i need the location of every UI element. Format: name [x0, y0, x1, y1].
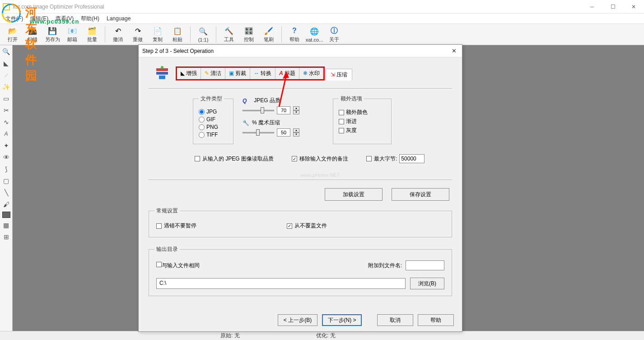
- app-icon: [3, 3, 10, 10]
- max-bytes-input[interactable]: [399, 154, 425, 163]
- check-no-pause[interactable]: 遇错不要暂停: [156, 222, 196, 230]
- check-same-as-input[interactable]: 与输入文件相同: [156, 262, 200, 269]
- xat-button[interactable]: 🌐xat.co...: [304, 24, 324, 44]
- wand-tool[interactable]: ✨: [2, 82, 11, 91]
- zoom-1to1-button[interactable]: 🔍(1:1): [193, 24, 213, 44]
- open-button[interactable]: 📂打开: [3, 24, 23, 44]
- radio-tiff[interactable]: TIFF: [199, 132, 228, 138]
- magic-slider[interactable]: [243, 128, 274, 137]
- scanner-icon: 📠: [28, 26, 37, 36]
- tab-clean[interactable]: ✎清洁: [201, 68, 225, 79]
- region-tool[interactable]: ▭: [2, 94, 11, 103]
- check-read-quality[interactable]: 从输入的 JPEG 图像读取品质: [195, 155, 274, 163]
- check-progressive[interactable]: 渐进: [339, 118, 386, 125]
- help-icon: ?: [289, 26, 299, 36]
- redo-icon: ↷: [133, 26, 143, 36]
- jpeg-quality-slider[interactable]: [243, 106, 274, 114]
- radio-jpg[interactable]: JPG: [199, 109, 228, 115]
- magic-icon: 🔧: [243, 120, 249, 126]
- main-toolbar: 📂打开 📠扫描 💾另存为 📧邮箱 🗂️批量 ↶撤消 ↷重做 📄复制 📋粘贴 🔍(…: [0, 24, 644, 45]
- mail-icon: 📧: [67, 26, 77, 36]
- tab-enhance[interactable]: ◣增强: [177, 68, 201, 79]
- undo-button[interactable]: ↶撤消: [108, 24, 128, 44]
- radio-png[interactable]: PNG: [199, 124, 228, 130]
- saveas-button[interactable]: 💾另存为: [42, 24, 62, 44]
- smooth-tool[interactable]: ∿: [2, 118, 11, 127]
- menu-edit[interactable]: 编辑(E): [28, 14, 51, 24]
- check-extra-color[interactable]: 额外颜色: [339, 109, 386, 116]
- magic-value[interactable]: [277, 128, 290, 137]
- check-remove-comment[interactable]: ✓移除输入文件的备注: [292, 155, 348, 163]
- grid-tool[interactable]: ⊞: [2, 232, 11, 241]
- curve-tool[interactable]: ⟆: [2, 165, 11, 174]
- tab-crop[interactable]: ▣剪裁: [225, 68, 250, 79]
- statusbar: 原始: 无 优化: 无: [0, 331, 644, 340]
- fill-tool[interactable]: 🖌: [2, 200, 11, 209]
- menu-help[interactable]: 帮助(H): [78, 14, 102, 24]
- text-tool[interactable]: A: [2, 129, 11, 138]
- batch-icon: 🗂️: [87, 26, 97, 36]
- check-no-overwrite[interactable]: ✓从不覆盖文件: [287, 222, 327, 230]
- dialog-help-button[interactable]: 帮助: [418, 314, 454, 326]
- globe-icon: 🌐: [309, 27, 319, 37]
- palette-tool[interactable]: ▦: [2, 221, 11, 230]
- status-optimized: 优化: 无: [316, 332, 336, 340]
- paste-button[interactable]: 📋粘贴: [168, 24, 187, 44]
- tab-watermark[interactable]: ❋水印: [299, 68, 323, 79]
- info-icon: ⓘ: [329, 26, 339, 36]
- dialog-close-button[interactable]: ✕: [448, 46, 459, 55]
- check-gray[interactable]: 灰度: [339, 127, 386, 134]
- dialog-footer: < 上一步(B) 下一步(N) > 取消 帮助: [278, 314, 454, 326]
- save-settings-button[interactable]: 保存设置: [392, 188, 449, 201]
- copy-button[interactable]: 📄复制: [148, 24, 168, 44]
- extra-legend: 额外选项: [339, 95, 364, 103]
- crop-tool[interactable]: ✂: [2, 106, 11, 115]
- jpeg-quality-value[interactable]: [277, 106, 290, 114]
- tab-compress[interactable]: ⇲压缩: [326, 69, 352, 80]
- output-legend: 输出目录: [154, 246, 180, 253]
- watermark-icon: ❋: [303, 70, 308, 76]
- next-button[interactable]: 下一步(N) >: [322, 314, 362, 326]
- append-filename-input[interactable]: [406, 260, 444, 270]
- browse-button[interactable]: 浏览(B): [410, 278, 444, 289]
- crop-icon: ▣: [229, 70, 234, 76]
- cancel-button[interactable]: 取消: [377, 314, 413, 326]
- help-button[interactable]: ?帮助: [285, 24, 304, 44]
- menu-file[interactable]: 文件(F): [3, 14, 26, 24]
- magnifier-tool[interactable]: 🔍: [2, 47, 11, 56]
- sliders-icon: 🎛️: [244, 26, 254, 36]
- jpeg-quality-spinner[interactable]: ▲▼: [293, 106, 299, 114]
- about-button[interactable]: ⓘ关于: [324, 24, 344, 44]
- mail-button[interactable]: 📧邮箱: [62, 24, 82, 44]
- convert-icon: ↔: [254, 70, 259, 76]
- title-icon: A: [279, 70, 283, 76]
- tab-convert[interactable]: ↔转换: [250, 68, 275, 79]
- color-swatch[interactable]: [2, 212, 10, 218]
- rect-tool[interactable]: ▢: [2, 176, 11, 185]
- brush-button[interactable]: 🖌️笔刷: [259, 24, 279, 44]
- output-path-input[interactable]: C:\: [156, 278, 406, 289]
- close-button[interactable]: ✕: [623, 0, 644, 14]
- check-max-bytes[interactable]: 最大字节:: [366, 154, 425, 163]
- batch-button[interactable]: 🗂️批量: [82, 24, 102, 44]
- maximize-button[interactable]: ☐: [602, 0, 623, 14]
- radio-gif[interactable]: GIF: [199, 116, 228, 123]
- minimize-button[interactable]: ─: [582, 0, 602, 14]
- scan-button[interactable]: 📠扫描: [23, 24, 42, 44]
- dropper-tool[interactable]: ⟋: [2, 71, 11, 80]
- sharpen-tool[interactable]: ✦: [2, 141, 11, 150]
- compress-icon: ⇲: [331, 71, 335, 78]
- general-legend: 常规设置: [154, 207, 180, 215]
- control-button[interactable]: 🎛️控制: [239, 24, 259, 44]
- redeye-tool[interactable]: 👁: [2, 153, 11, 162]
- contrast-tool[interactable]: ◣: [2, 59, 11, 68]
- menu-language[interactable]: Language: [104, 14, 133, 23]
- magic-spinner[interactable]: ▲▼: [293, 128, 299, 137]
- back-button[interactable]: < 上一步(B): [278, 314, 317, 326]
- menu-view[interactable]: 查看(V): [53, 14, 76, 24]
- line-tool[interactable]: ╲: [2, 188, 11, 197]
- tools-button[interactable]: 🔨工具: [219, 24, 239, 44]
- tab-title[interactable]: A标题: [275, 68, 299, 79]
- redo-button[interactable]: ↷重做: [128, 24, 148, 44]
- load-settings-button[interactable]: 加载设置: [325, 188, 383, 201]
